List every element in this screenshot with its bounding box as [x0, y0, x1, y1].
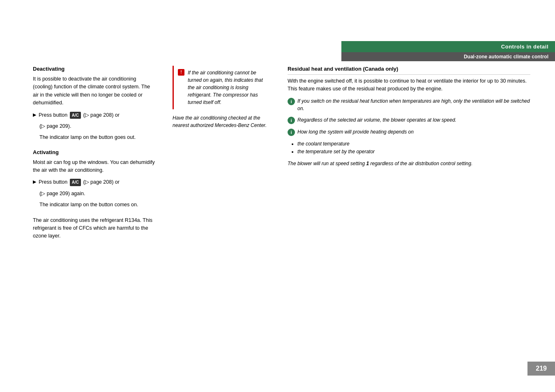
- activating-heading: Activating: [33, 149, 156, 155]
- residual-heat-text1: With the engine switched off, it is poss…: [288, 77, 530, 93]
- ac-badge-2: A/C: [70, 179, 81, 186]
- warning-icon: !: [178, 69, 184, 76]
- info-note-2: i Regardless of the selected air volume,…: [288, 116, 530, 124]
- info-note-3: i How long the system will provide heati…: [288, 128, 530, 136]
- deactivating-ref2: (▷ page 209).: [39, 122, 156, 130]
- deactivating-text1: It is possible to deactivate the air con…: [33, 75, 156, 107]
- deactivating-bullet-content: Press button A/C (▷ page 208) or: [39, 111, 120, 119]
- warning-text: If the air conditioning cannot be turned…: [188, 69, 267, 106]
- info-icon-1: i: [288, 98, 295, 105]
- middle-column: ! If the air conditioning cannot be turn…: [173, 66, 271, 367]
- deactivating-note1: The indicator lamp on the button goes ou…: [39, 134, 156, 141]
- bullet-item-2: the temperature set by the operator: [297, 148, 530, 156]
- activating-ref1: (▷ page 208) or: [83, 179, 120, 185]
- warning-box: ! If the air conditioning cannot be turn…: [173, 66, 271, 109]
- bullet-item-1: the coolant temperature: [297, 140, 530, 148]
- activating-section: Activating Moist air can fog up the wind…: [33, 149, 156, 209]
- right-column: Residual heat and ventilation (Canada on…: [288, 66, 530, 367]
- page-number: 219: [527, 362, 555, 376]
- activating-text1: Moist air can fog up the windows. You ca…: [33, 159, 156, 175]
- bullet-list: the coolant temperature the temperature …: [294, 140, 530, 156]
- header-bar: Controls in detail Dual-zone automatic c…: [341, 41, 555, 61]
- warning-row: ! If the air conditioning cannot be turn…: [178, 69, 267, 106]
- residual-heat-heading: Residual heat and ventilation (Canada on…: [288, 66, 530, 75]
- info-text-3: How long the system will provide heating…: [297, 128, 414, 136]
- deactivating-bullet1: ▶ Press button A/C (▷ page 208) or: [33, 111, 156, 119]
- info-icon-3: i: [288, 129, 295, 136]
- left-column: Deactivating It is possible to deactivat…: [33, 66, 156, 367]
- header-subtitle: Dual-zone automatic climate control: [341, 52, 555, 61]
- info-icon-2: i: [288, 117, 295, 124]
- activating-bullet-content: Press button A/C (▷ page 208) or: [39, 178, 120, 186]
- info-note-1: i If you switch on the residual heat fun…: [288, 97, 530, 112]
- bold-1: 1: [366, 161, 369, 166]
- deactivating-section: Deactivating It is possible to deactivat…: [33, 66, 156, 142]
- info-text-1: If you switch on the residual heat funct…: [297, 97, 530, 112]
- deactivating-heading: Deactivating: [33, 66, 156, 72]
- warning-note: Have the air conditioning checked at the…: [173, 114, 271, 129]
- ac-badge-1: A/C: [70, 112, 81, 119]
- activating-note1: The indicator lamp on the button comes o…: [39, 201, 156, 209]
- bullet-arrow-icon: ▶: [33, 112, 36, 118]
- main-content: Deactivating It is possible to deactivat…: [33, 66, 530, 367]
- activating-bullet1: ▶ Press button A/C (▷ page 208) or: [33, 178, 156, 186]
- info-text-2: Regardless of the selected air volume, t…: [297, 116, 456, 124]
- activating-ref2: (▷ page 209) again.: [39, 190, 156, 198]
- bottom-text: The air conditioning uses the refrigeran…: [33, 217, 156, 240]
- italic-note: The blower will run at speed setting 1 r…: [288, 160, 530, 167]
- header-title: Controls in detail: [341, 41, 555, 52]
- bullet-arrow-icon-2: ▶: [33, 179, 36, 184]
- deactivating-ref1: (▷ page 208) or: [83, 112, 120, 118]
